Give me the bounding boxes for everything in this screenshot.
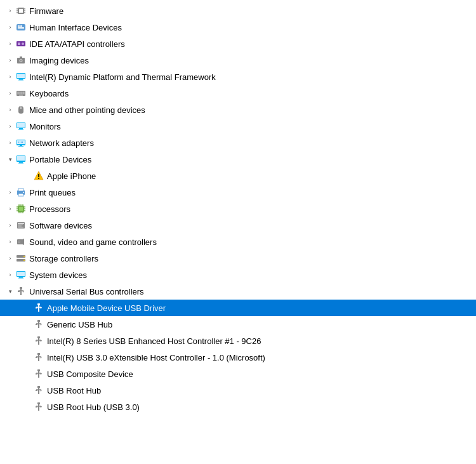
label-intel-usb-enhanced: Intel(R) 8 Series USB Enhanced Host Cont…: [47, 336, 261, 346]
tree-item-imaging[interactable]: Imaging devices: [0, 52, 476, 69]
chevron-sound[interactable]: [5, 237, 15, 247]
tree-item-iphone[interactable]: Apple iPhone: [0, 168, 476, 184]
tree-item-sound[interactable]: Sound, video and game controllers: [0, 234, 476, 250]
svg-rect-27: [18, 93, 19, 95]
monitor-icon: [15, 269, 27, 281]
tree-item-usb-composite[interactable]: USB Composite Device: [0, 366, 476, 382]
tree-item-software[interactable]: Software devices: [0, 217, 476, 234]
svg-rect-25: [22, 92, 23, 93]
tree-item-usb-root-hub[interactable]: USB Root Hub: [0, 382, 476, 399]
chevron-storage[interactable]: [5, 253, 15, 263]
label-iphone: Apple iPhone: [47, 171, 96, 181]
svg-rect-119: [37, 402, 40, 404]
chevron-mice[interactable]: [5, 105, 15, 115]
svg-rect-20: [19, 79, 23, 80]
svg-rect-112: [36, 373, 37, 375]
label-storage: Storage controllers: [29, 254, 98, 263]
chevron-system[interactable]: [5, 270, 15, 280]
svg-marker-113: [40, 373, 42, 375]
svg-point-33: [20, 108, 22, 109]
svg-rect-40: [20, 145, 22, 146]
label-usb-root-hub-30: USB Root Hub (USB 3.0): [47, 402, 140, 412]
chip-icon: [15, 5, 27, 17]
svg-rect-26: [23, 92, 25, 93]
hid-icon: [15, 22, 27, 33]
svg-rect-51: [18, 194, 23, 196]
label-monitors: Monitors: [29, 122, 61, 131]
chevron-imaging[interactable]: [5, 55, 15, 65]
svg-marker-98: [40, 324, 42, 326]
label-usb: Universal Serial Bus controllers: [29, 287, 144, 296]
label-keyboards: Keyboards: [29, 89, 69, 98]
chevron-firmware[interactable]: [5, 6, 15, 16]
chevron-portable[interactable]: [5, 154, 15, 164]
svg-rect-114: [37, 386, 40, 388]
chevron-software[interactable]: [5, 220, 15, 230]
usb-plug-icon: [33, 352, 44, 363]
svg-rect-29: [22, 93, 23, 95]
tree-item-processors[interactable]: Processors: [0, 201, 476, 217]
chevron-usb[interactable]: [5, 286, 15, 296]
tree-item-monitors[interactable]: Monitors: [0, 118, 476, 135]
tree-item-usb[interactable]: Universal Serial Bus controllers: [0, 283, 476, 300]
sound-icon: [15, 236, 27, 248]
svg-rect-87: [18, 291, 20, 292]
tree-item-usb-root-hub-30[interactable]: USB Root Hub (USB 3.0): [0, 399, 476, 415]
svg-rect-44: [19, 162, 23, 163]
chevron-monitors[interactable]: [5, 121, 15, 131]
label-usb-composite: USB Composite Device: [47, 369, 133, 379]
label-hid: Human Interface Devices: [29, 23, 122, 32]
tree-item-generic-usb-hub[interactable]: Generic USB Hub: [0, 316, 476, 333]
chevron-network[interactable]: [5, 138, 15, 148]
svg-rect-54: [19, 207, 23, 211]
tree-item-intel-usb-30[interactable]: Intel(R) USB 3.0 eXtensible Host Control…: [0, 349, 476, 366]
svg-rect-70: [18, 226, 22, 227]
tree-item-keyboards[interactable]: Keyboards: [0, 85, 476, 102]
svg-rect-109: [37, 369, 40, 371]
svg-rect-28: [20, 93, 21, 95]
label-ide: IDE ATA/ATAPI controllers: [29, 39, 125, 49]
chevron-ide[interactable]: [5, 39, 15, 49]
label-firmware: Firmware: [29, 6, 63, 16]
tree-item-mice[interactable]: Mice and other pointing devices: [0, 102, 476, 118]
svg-rect-104: [37, 353, 40, 355]
tree-item-hid[interactable]: Human Interface Devices: [0, 19, 476, 36]
warning-icon: [33, 170, 44, 182]
label-apple-mobile-usb: Apple Mobile Device USB Driver: [47, 303, 166, 313]
tree-item-intel-platform[interactable]: Intel(R) Dynamic Platform and Thermal Fr…: [0, 69, 476, 85]
svg-rect-37: [18, 129, 23, 130]
storage-icon: [15, 253, 27, 264]
tree-item-print[interactable]: Print queues: [0, 184, 476, 201]
device-manager-tree: Firmware Human Interface Devices IDE ATA…: [0, 0, 476, 418]
tree-item-firmware[interactable]: Firmware: [0, 3, 476, 19]
usb-plug-icon: [33, 335, 44, 347]
monitor-icon: [15, 71, 27, 83]
software-icon: [15, 220, 27, 231]
label-portable: Portable Devices: [29, 155, 91, 164]
chevron-processors[interactable]: [5, 204, 15, 214]
svg-rect-94: [37, 320, 40, 322]
svg-rect-89: [37, 303, 40, 305]
svg-rect-50: [18, 189, 23, 191]
svg-point-48: [38, 178, 39, 179]
chevron-intel-platform[interactable]: [5, 72, 15, 82]
tree-item-storage[interactable]: Storage controllers: [0, 250, 476, 267]
svg-rect-97: [36, 324, 37, 325]
network-icon: [15, 137, 27, 149]
chevron-print[interactable]: [5, 187, 15, 197]
tree-item-system[interactable]: System devices: [0, 267, 476, 283]
svg-marker-93: [40, 307, 42, 309]
tree-item-ide[interactable]: IDE ATA/ATAPI controllers: [0, 36, 476, 52]
chevron-keyboards[interactable]: [5, 88, 15, 98]
label-usb-root-hub: USB Root Hub: [47, 386, 101, 395]
tree-item-apple-mobile-usb[interactable]: Apple Mobile Device USB Driver: [0, 300, 476, 316]
svg-rect-92: [36, 307, 37, 308]
svg-rect-81: [17, 272, 25, 276]
chevron-hid[interactable]: [5, 22, 15, 32]
svg-rect-36: [19, 128, 23, 129]
svg-rect-43: [17, 156, 25, 161]
tree-item-intel-usb-enhanced[interactable]: Intel(R) 8 Series USB Enhanced Host Cont…: [0, 333, 476, 349]
tree-item-network[interactable]: Network adapters: [0, 135, 476, 151]
label-print: Print queues: [29, 188, 76, 197]
tree-item-portable[interactable]: Portable Devices: [0, 151, 476, 168]
